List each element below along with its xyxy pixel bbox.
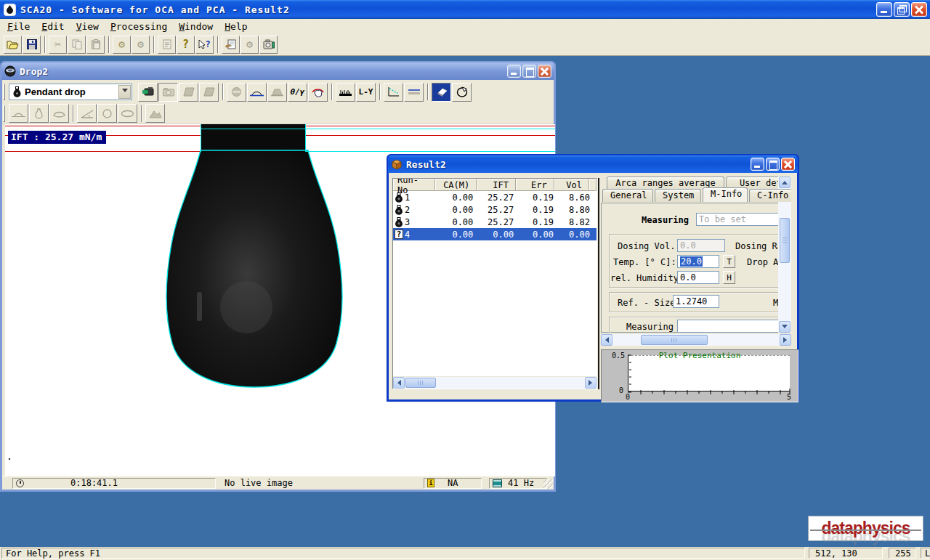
needle-diameter-button[interactable] xyxy=(227,83,246,102)
scroll-left-button[interactable] xyxy=(393,377,405,389)
toolbar-gripper[interactable] xyxy=(3,84,5,100)
measuring-field[interactable]: To be set xyxy=(696,213,791,226)
report-hand-button[interactable] xyxy=(222,36,240,54)
mountain-button[interactable] xyxy=(145,104,165,123)
menu-window[interactable]: Window xyxy=(173,20,219,33)
measuring2-field[interactable] xyxy=(677,320,788,333)
table-row[interactable]: 2 0.00 25.27 0.19 8.80 xyxy=(393,203,597,216)
mode-panel: L xyxy=(921,548,930,559)
tilt-angle-button[interactable] xyxy=(77,104,97,123)
maximize-icon[interactable] xyxy=(766,158,780,171)
open-file-button[interactable] xyxy=(4,36,22,54)
scrollbar-thumb[interactable] xyxy=(641,335,708,345)
main-window-titlebar[interactable]: SCA20 - Software for OCA and PCA - Resul… xyxy=(0,0,930,19)
cut-button[interactable]: ✂ xyxy=(49,36,67,54)
table-row-selected[interactable]: ? 4 0.00 0.00 0.00 0.00 xyxy=(393,228,597,240)
ellipse-pen-button[interactable] xyxy=(452,83,472,102)
menu-file[interactable]: File xyxy=(1,20,36,33)
circle-fit-icon xyxy=(102,108,113,119)
sessile-arc-button[interactable] xyxy=(9,104,28,123)
method-combo[interactable]: Pendant drop xyxy=(9,84,132,100)
menu-view[interactable]: View xyxy=(70,20,105,33)
pendant-outline-button[interactable] xyxy=(29,104,49,123)
settings-gear-button[interactable]: ⚙ xyxy=(113,36,131,54)
timer-panel: 0:18:41.1 xyxy=(12,478,216,489)
scroll-left-button[interactable] xyxy=(601,334,612,346)
combo-dropdown-button[interactable] xyxy=(118,85,131,99)
tab-system[interactable]: System xyxy=(655,189,701,202)
theta-gamma-button[interactable]: θ/γ xyxy=(288,83,307,102)
pixel-value-panel: 255 xyxy=(889,548,916,559)
tab-c-info[interactable]: C-Info xyxy=(749,189,791,202)
column-header-ift[interactable]: IFT xyxy=(477,179,516,191)
live-video-button[interactable] xyxy=(138,83,158,102)
dosing-vol-field[interactable]: 0.0 xyxy=(677,239,725,252)
grab-2-button[interactable] xyxy=(199,83,219,102)
context-help-button[interactable]: ? xyxy=(195,36,214,54)
lying-drop-button[interactable] xyxy=(49,104,69,123)
settings-gear-drag-button[interactable]: ⚙ xyxy=(132,36,150,54)
scroll-right-button[interactable] xyxy=(780,334,791,346)
temp-field[interactable]: 20.0 xyxy=(677,255,719,268)
save-button[interactable] xyxy=(23,36,41,54)
menu-edit[interactable]: Edit xyxy=(36,20,70,33)
scrollbar-thumb[interactable] xyxy=(405,378,436,388)
resize-grip[interactable] xyxy=(543,479,553,489)
minimize-icon[interactable] xyxy=(507,65,521,78)
scrollbar-thumb[interactable] xyxy=(780,218,790,263)
baseline-line-button[interactable] xyxy=(404,83,424,102)
minimize-icon[interactable] xyxy=(751,158,764,171)
ca-value: 0.00 xyxy=(437,217,480,227)
toolbar-gripper[interactable] xyxy=(3,105,5,122)
scroll-up-button[interactable] xyxy=(779,176,790,188)
paste-button[interactable] xyxy=(86,36,105,54)
maximize-icon[interactable] xyxy=(522,65,536,78)
process-gear-icon: ⚙ xyxy=(246,39,253,50)
column-header-ca-m[interactable]: CA(M) xyxy=(435,179,477,191)
close-icon[interactable] xyxy=(911,2,927,17)
toolbar-separator xyxy=(153,36,155,53)
snapshot-device-button[interactable] xyxy=(259,36,278,54)
snapshot-camera-button[interactable] xyxy=(158,83,178,102)
column-header-run-no[interactable]: Run-No xyxy=(393,179,435,191)
baseline-button[interactable] xyxy=(336,83,355,102)
column-header-vol[interactable]: Vol xyxy=(554,179,589,191)
scroll-right-button[interactable] xyxy=(585,377,597,389)
export-document-button[interactable] xyxy=(158,36,176,54)
tab-m-info[interactable]: M-Info xyxy=(703,187,748,202)
contact-angle-arc-button[interactable] xyxy=(247,83,267,102)
ref-size-field[interactable]: 1.2740 xyxy=(673,295,719,308)
help-button[interactable]: ? xyxy=(177,36,195,54)
result2-titlebar[interactable]: Result2 xyxy=(388,155,798,173)
temp-unit-button[interactable]: T xyxy=(723,255,735,268)
menu-processing[interactable]: Processing xyxy=(105,20,173,33)
restore-icon[interactable] xyxy=(894,2,910,17)
menu-help[interactable]: Help xyxy=(219,20,253,33)
close-icon[interactable] xyxy=(781,158,795,171)
eraser-button[interactable] xyxy=(432,83,451,102)
table-hscrollbar[interactable] xyxy=(393,376,597,389)
manual-fit-hand-button[interactable] xyxy=(308,83,328,102)
scroll-down-button[interactable] xyxy=(779,321,790,333)
humidity-field[interactable]: 0.0 xyxy=(677,271,719,284)
table-row[interactable]: 1 0.00 25.27 0.19 8.60 xyxy=(393,191,597,203)
contact-angle-gray-button[interactable] xyxy=(267,83,287,102)
panel-hscrollbar[interactable] xyxy=(601,333,791,346)
circle-fit-button[interactable] xyxy=(97,104,117,123)
humidity-unit-button[interactable]: H xyxy=(723,271,735,284)
close-icon[interactable] xyxy=(538,65,551,78)
drop2-titlebar[interactable]: Drop2 xyxy=(1,62,554,80)
laplace-young-button[interactable]: L-Y xyxy=(356,83,376,102)
minimize-icon[interactable] xyxy=(876,2,892,17)
curve-plot-button[interactable] xyxy=(384,83,403,102)
pane-splitter[interactable] xyxy=(598,178,599,389)
tab-general[interactable]: General xyxy=(602,189,653,202)
table-row[interactable]: 3 0.00 25.27 0.19 8.82 xyxy=(393,216,597,228)
column-header-err[interactable]: Err xyxy=(516,179,554,191)
process-gear-button[interactable]: ⚙ xyxy=(240,36,259,54)
main-window-title: SCA20 - Software for OCA and PCA - Resul… xyxy=(20,4,290,15)
ellipse-fit-button[interactable] xyxy=(118,104,137,123)
live-video-icon xyxy=(142,87,155,97)
grab-1-button[interactable] xyxy=(179,83,198,102)
copy-button[interactable] xyxy=(68,36,86,54)
